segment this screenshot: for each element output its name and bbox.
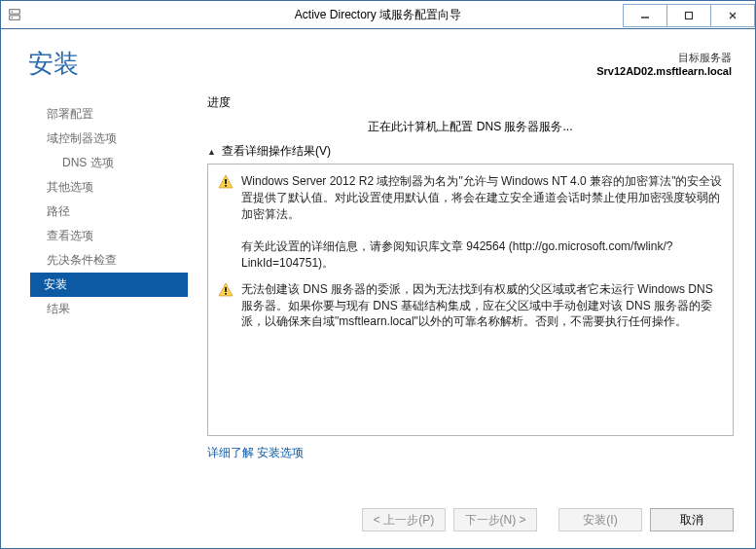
results-box: Windows Server 2012 R2 域控制器为名为"允许与 Windo… bbox=[207, 164, 734, 436]
server-icon bbox=[8, 8, 21, 21]
sidebar-item-2[interactable]: DNS 选项 bbox=[39, 151, 186, 175]
next-button: 下一步(N) > bbox=[453, 508, 537, 531]
warning-icon bbox=[218, 282, 234, 298]
svg-rect-1 bbox=[10, 16, 20, 19]
sidebar-item-1[interactable]: 域控制器选项 bbox=[39, 127, 186, 151]
warning-row: 无法创建该 DNS 服务器的委派，因为无法找到有权威的父区域或者它未运行 Win… bbox=[218, 281, 723, 330]
svg-point-3 bbox=[12, 17, 13, 18]
sidebar-item-7: 安装 bbox=[30, 273, 188, 297]
page-title: 安装 bbox=[28, 47, 79, 81]
svg-rect-5 bbox=[686, 13, 693, 19]
wizard-body: 部署配置域控制器选项DNS 选项其他选项路径查看选项先决条件检查安装结果 进度 … bbox=[1, 87, 755, 492]
target-server: 目标服务器 Srv12AD02.msftlearn.local bbox=[596, 51, 732, 77]
minimize-icon bbox=[640, 11, 650, 20]
button-bar: < 上一步(P) 下一步(N) > 安装(I) 取消 bbox=[1, 492, 755, 548]
svg-rect-12 bbox=[225, 287, 227, 292]
expander-label: 查看详细操作结果(V) bbox=[222, 143, 331, 160]
sidebar-item-3[interactable]: 其他选项 bbox=[39, 175, 186, 200]
main-content: 进度 正在此计算机上配置 DNS 服务器服务... ▲ 查看详细操作结果(V) … bbox=[186, 87, 755, 492]
target-server-value: Srv12AD02.msftlearn.local bbox=[596, 65, 732, 77]
titlebar: Active Directory 域服务配置向导 bbox=[1, 1, 755, 29]
warning-row: Windows Server 2012 R2 域控制器为名为"允许与 Windo… bbox=[218, 173, 723, 272]
sidebar-item-0[interactable]: 部署配置 bbox=[39, 102, 186, 127]
svg-rect-9 bbox=[225, 179, 227, 184]
target-server-label: 目标服务器 bbox=[596, 51, 732, 65]
sidebar-item-8[interactable]: 结果 bbox=[39, 297, 186, 321]
maximize-icon bbox=[684, 11, 694, 20]
svg-point-2 bbox=[12, 11, 13, 12]
svg-rect-10 bbox=[225, 185, 227, 187]
chevron-up-icon: ▲ bbox=[207, 147, 216, 157]
svg-rect-0 bbox=[10, 10, 20, 14]
warning-text: Windows Server 2012 R2 域控制器为名为"允许与 Windo… bbox=[241, 173, 723, 272]
progress-message: 正在此计算机上配置 DNS 服务器服务... bbox=[207, 119, 734, 135]
learn-more-link[interactable]: 详细了解 安装选项 bbox=[207, 446, 304, 459]
close-icon bbox=[728, 11, 738, 20]
install-button: 安装(I) bbox=[558, 508, 642, 531]
svg-rect-13 bbox=[225, 293, 227, 295]
maximize-button[interactable] bbox=[666, 4, 711, 27]
close-button[interactable] bbox=[710, 4, 755, 27]
sidebar-item-5[interactable]: 查看选项 bbox=[39, 224, 186, 248]
window-controls bbox=[623, 4, 755, 25]
results-expander[interactable]: ▲ 查看详细操作结果(V) bbox=[207, 143, 734, 160]
wizard-window: { "window": { "title": "Active Directory… bbox=[0, 0, 756, 549]
minimize-button[interactable] bbox=[623, 4, 667, 27]
warning-icon bbox=[218, 174, 234, 190]
progress-label: 进度 bbox=[207, 94, 734, 111]
warning-text: 无法创建该 DNS 服务器的委派，因为无法找到有权威的父区域或者它未运行 Win… bbox=[241, 281, 723, 330]
wizard-header: 安装 目标服务器 Srv12AD02.msftlearn.local bbox=[1, 29, 755, 87]
window-title: Active Directory 域服务配置向导 bbox=[295, 7, 461, 23]
footer-link-row: 详细了解 安装选项 bbox=[207, 445, 734, 461]
sidebar-item-6[interactable]: 先决条件检查 bbox=[39, 248, 186, 273]
sidebar: 部署配置域控制器选项DNS 选项其他选项路径查看选项先决条件检查安装结果 bbox=[1, 87, 186, 492]
sidebar-item-4[interactable]: 路径 bbox=[39, 200, 186, 224]
cancel-button[interactable]: 取消 bbox=[650, 508, 734, 531]
prev-button: < 上一步(P) bbox=[362, 508, 446, 531]
app-icon bbox=[1, 1, 28, 28]
